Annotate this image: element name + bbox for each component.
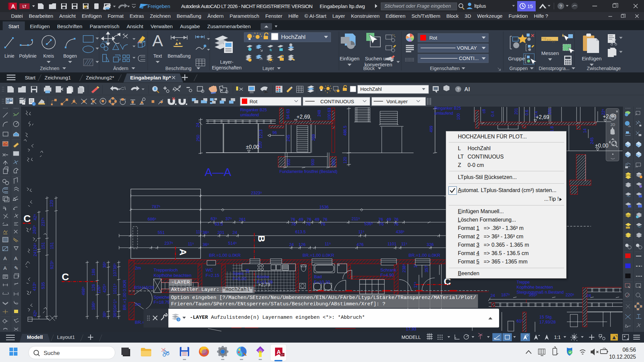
svg-text:11⁵: 11⁵ — [325, 242, 331, 246]
svg-text:36⁵: 36⁵ — [102, 311, 107, 317]
svg-text:24: 24 — [196, 123, 200, 127]
svg-text:76: 76 — [307, 217, 311, 222]
svg-text:Suche: Suche — [44, 350, 60, 356]
svg-text:Küche: Küche — [257, 274, 269, 279]
svg-text:245: 245 — [590, 137, 594, 144]
svg-text:Rot: Rot — [250, 99, 258, 104]
svg-text:126: 126 — [91, 284, 96, 291]
svg-text:06:56: 06:56 — [623, 347, 636, 353]
svg-text:96: 96 — [272, 130, 277, 135]
svg-text:F=18.79: F=18.79 — [154, 300, 170, 305]
svg-text:Modell: Modell — [27, 334, 43, 340]
svg-text:Speicher: Speicher — [154, 295, 171, 300]
svg-text:17,93: 17,93 — [406, 327, 416, 331]
svg-text:438⁵: 438⁵ — [396, 230, 405, 234]
svg-text:49: 49 — [315, 217, 319, 222]
svg-text:11⁵: 11⁵ — [358, 230, 364, 234]
svg-text:248: 248 — [317, 110, 322, 117]
svg-text:±0,00: ±0,00 — [246, 144, 259, 150]
svg-text:HochZahl: HochZahl — [281, 34, 306, 40]
svg-text:Messen: Messen — [541, 50, 559, 56]
svg-text:63.5: 63.5 — [215, 222, 223, 227]
svg-text:923⁵: 923⁵ — [50, 260, 54, 269]
svg-text:Einfügen: Einfügen — [339, 56, 359, 61]
svg-text:36⁵: 36⁵ — [203, 242, 209, 247]
svg-text:220: 220 — [258, 141, 263, 148]
svg-text:Kopfhöhe beachten: Kopfhöhe beachten — [517, 285, 553, 290]
svg-text:Gruppe: Gruppe — [508, 56, 525, 61]
svg-text:499: 499 — [429, 126, 434, 132]
svg-text:1101: 1101 — [387, 242, 396, 246]
svg-text:C: C — [23, 213, 31, 224]
svg-text:100: 100 — [456, 113, 461, 120]
svg-text:61⁵: 61⁵ — [517, 319, 523, 323]
svg-text:245: 245 — [286, 135, 291, 141]
svg-text:Ringanker B25: Ringanker B25 — [240, 108, 267, 112]
svg-text:42⁵: 42⁵ — [33, 214, 38, 220]
svg-text:900: 900 — [311, 159, 315, 166]
svg-text:Layer: Layer — [262, 66, 274, 71]
svg-text:Eingabeplan ltp*: Eingabeplan ltp* — [130, 75, 171, 80]
svg-text:250: 250 — [196, 135, 201, 141]
svg-text:Layer-: Layer- — [220, 59, 233, 65]
svg-text:Fundamente frostfrei (Bestand): Fundamente frostfrei (Bestand) — [279, 169, 337, 174]
svg-text:CONTINUOUS: CONTINUOUS — [320, 99, 354, 104]
svg-text:Steigungsmaß n.Bestand: Steigungsmaß n.Bestand — [517, 290, 564, 295]
svg-text:18: 18 — [245, 269, 250, 274]
svg-text:76: 76 — [306, 222, 311, 227]
svg-text:37⁵: 37⁵ — [225, 217, 232, 221]
svg-text:LT: LT — [22, 5, 26, 8]
svg-text:536⁵: 536⁵ — [364, 222, 373, 226]
svg-text:2m: 2m — [135, 265, 141, 270]
svg-text:ltplus: ltplus — [474, 3, 486, 9]
svg-text:263⁵: 263⁵ — [32, 225, 37, 234]
svg-text:Gruppen: Gruppen — [509, 66, 528, 71]
svg-text:36⁵: 36⁵ — [113, 311, 117, 317]
svg-text:186⁵: 186⁵ — [91, 301, 96, 310]
svg-text:F=4.90: F=4.90 — [380, 273, 394, 278]
svg-text:?: ? — [177, 318, 179, 321]
svg-text:Zeichnung1: Zeichnung1 — [45, 75, 71, 80]
svg-text:686⁵: 686⁵ — [148, 217, 156, 222]
svg-text:CONTI...: CONTI... — [459, 55, 479, 61]
svg-text:Zeichnung2*: Zeichnung2* — [86, 75, 114, 80]
svg-text:HochZahl: HochZahl — [360, 86, 382, 92]
svg-text:MODELL: MODELL — [401, 335, 421, 340]
svg-text:c8: c8 — [482, 109, 486, 113]
svg-text:+2,69: +2,69 — [297, 114, 310, 120]
svg-text:Zeichnen: Zeichnen — [40, 66, 59, 71]
svg-text:49: 49 — [299, 217, 303, 222]
svg-text:Bemaßung: Bemaßung — [168, 53, 191, 59]
svg-text:VonLayer: VonLayer — [386, 99, 408, 104]
svg-text:100 63: 100 63 — [327, 108, 332, 120]
svg-text:15: 15 — [527, 3, 533, 9]
svg-text:Eigenschaften: Eigenschaften — [212, 65, 242, 70]
svg-text:Rot: Rot — [429, 35, 437, 41]
svg-text:Beschriftung: Beschriftung — [165, 66, 192, 71]
svg-text:2D: 2D — [610, 123, 615, 127]
svg-text:413⁵: 413⁵ — [32, 282, 37, 291]
svg-text:B: B — [256, 235, 267, 242]
svg-text:514⁵: 514⁵ — [228, 241, 237, 246]
svg-text:A: A — [277, 349, 281, 355]
svg-text:umlaufend: umlaufend — [434, 111, 453, 116]
svg-text:187⁵: 187⁵ — [501, 293, 510, 297]
svg-text:Eigenschaften: Eigenschaften — [430, 66, 460, 71]
svg-text:76: 76 — [378, 217, 383, 222]
svg-text:?: ? — [457, 87, 459, 92]
svg-text:120: 120 — [49, 200, 54, 207]
svg-text:1213: 1213 — [259, 129, 263, 138]
svg-text:Linie: Linie — [4, 53, 14, 59]
svg-text:2323⁵: 2323⁵ — [251, 191, 262, 195]
svg-text:238⁵: 238⁵ — [402, 264, 407, 273]
svg-text:11⁵: 11⁵ — [401, 242, 407, 246]
svg-text:1:1: 1:1 — [554, 335, 561, 340]
svg-text:36⁵: 36⁵ — [102, 261, 107, 268]
svg-text:Polylinie: Polylinie — [19, 53, 37, 59]
svg-text:Stichwort oder Frage eingeben: Stichwort oder Frage eingeben — [384, 3, 451, 9]
svg-text:1536: 1536 — [319, 205, 329, 209]
svg-text:A: A — [152, 32, 163, 50]
svg-text:Text: Text — [153, 53, 162, 59]
svg-text:211⁵: 211⁵ — [352, 217, 360, 221]
svg-text:42⁵: 42⁵ — [33, 310, 38, 316]
